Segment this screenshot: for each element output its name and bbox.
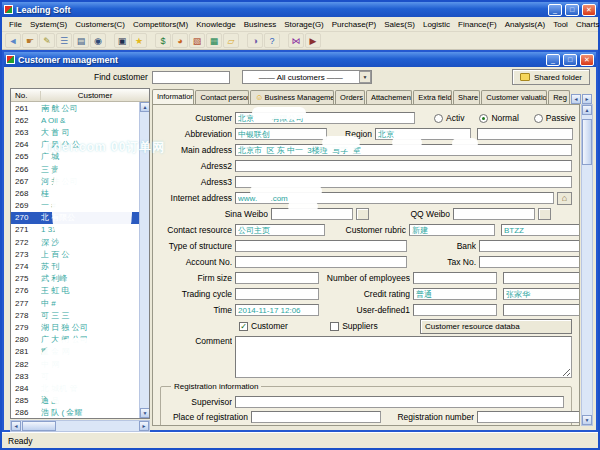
suppliers-checkbox[interactable]: [330, 322, 339, 331]
menu-item-file[interactable]: File: [5, 19, 26, 30]
customer-row-276[interactable]: 276王 虹 电: [11, 285, 149, 297]
employees-input[interactable]: [413, 272, 497, 284]
hscroll-thumb[interactable]: [22, 421, 56, 431]
menu-item-analysisa[interactable]: Analysis(A): [501, 19, 549, 30]
customer-row-264[interactable]: 264广 风 分 公: [11, 139, 149, 151]
time-input[interactable]: [235, 304, 319, 316]
tab-scroll-right-icon[interactable]: ►: [582, 94, 592, 104]
column-header-no[interactable]: No.: [11, 91, 41, 100]
menu-item-business[interactable]: Business: [240, 19, 280, 30]
bank-input[interactable]: [479, 240, 580, 252]
tab-information[interactable]: Information: [152, 89, 194, 104]
sina-weibo-browse-button[interactable]: [356, 208, 369, 220]
registration-number-input[interactable]: [477, 411, 580, 423]
customer-row-286[interactable]: 286浩 队 ( 金耀: [11, 407, 149, 418]
scroll-down-icon[interactable]: ▼: [140, 408, 150, 418]
find-customer-input[interactable]: [152, 71, 230, 84]
customer-row-268[interactable]: 268桂: [11, 187, 149, 199]
customer-row-279[interactable]: 279湖 日 独 公司: [11, 321, 149, 333]
customer-filter-dropdown[interactable]: —— All customers —— ▼: [242, 70, 372, 84]
tab-contact-person[interactable]: Contact person: [195, 90, 249, 104]
customer-row-271[interactable]: 2711 31: [11, 224, 149, 236]
menu-item-purchasep[interactable]: Purchase(P): [328, 19, 380, 30]
customer-row-273[interactable]: 273上 百 公: [11, 248, 149, 260]
tab-orders[interactable]: Orders: [335, 90, 365, 104]
butterfly-icon[interactable]: ⋈: [288, 33, 304, 48]
form-scroll-thumb[interactable]: [582, 119, 592, 165]
qq-weibo-browse-button[interactable]: [538, 208, 551, 220]
column-header-customer[interactable]: Customer: [41, 91, 149, 100]
menu-item-systems[interactable]: System(S): [26, 19, 71, 30]
scroll-right-icon[interactable]: ►: [139, 421, 149, 431]
pie-chart-icon[interactable]: ◕: [172, 33, 188, 48]
type-of-structure-input[interactable]: [235, 240, 407, 252]
menu-item-financef[interactable]: Finance(F): [454, 19, 501, 30]
place-of-registration-input[interactable]: [251, 411, 381, 423]
customer-row-285[interactable]: 285通 品: [11, 395, 149, 407]
scroll-up-icon[interactable]: ▲: [140, 102, 150, 112]
comment-textarea[interactable]: [235, 336, 572, 378]
list-horizontal-scrollbar[interactable]: ◄ ►: [10, 420, 150, 432]
sound-icon[interactable]: ◄: [5, 33, 21, 48]
customer-row-269[interactable]: 269一 #: [11, 200, 149, 212]
menu-item-competitorsm[interactable]: Competitors(M): [129, 19, 192, 30]
user-defined1-input[interactable]: [413, 304, 497, 316]
customer-value-input[interactable]: [503, 272, 580, 284]
customer-row-261[interactable]: 261南 航 公司: [11, 102, 149, 114]
customer-checkbox[interactable]: [239, 322, 248, 331]
inner-restore-button[interactable]: □: [563, 54, 577, 66]
contact-card-icon[interactable]: ☛: [22, 33, 38, 48]
post-code-input[interactable]: [477, 128, 573, 140]
menu-item-storageg[interactable]: Storage(G): [280, 19, 328, 30]
tab-scroll-left-icon[interactable]: ◄: [571, 94, 581, 104]
branch-input[interactable]: [501, 224, 580, 236]
contact-resource-input[interactable]: [235, 224, 325, 236]
customer-input[interactable]: [235, 112, 415, 124]
table-icon[interactable]: ▦: [206, 33, 222, 48]
star-icon[interactable]: ★: [131, 33, 147, 48]
maximize-button[interactable]: □: [565, 4, 579, 16]
money-icon[interactable]: $: [155, 33, 171, 48]
menu-item-logistic[interactable]: Logistic: [419, 19, 454, 30]
chevron-down-icon[interactable]: ▼: [359, 71, 371, 83]
customer-row-284[interactable]: 284北 城机 管: [11, 382, 149, 394]
customer-rubric-input[interactable]: [409, 224, 495, 236]
form-scroll-up-icon[interactable]: ▲: [582, 105, 592, 115]
find-icon[interactable]: ◉: [90, 33, 106, 48]
tab-customer-valuation[interactable]: Customer valuation: [481, 90, 547, 104]
region-input[interactable]: [375, 128, 471, 140]
tab-reg[interactable]: Reg: [548, 90, 570, 104]
edit-note-icon[interactable]: ✎: [39, 33, 55, 48]
close-button[interactable]: ✕: [582, 4, 596, 16]
menu-item-knowledge[interactable]: Knowledge: [192, 19, 240, 30]
trading-cycle-input[interactable]: [235, 288, 319, 300]
list-vertical-scrollbar[interactable]: ▲ ▼: [139, 102, 149, 418]
customer-row-272[interactable]: 272深 沙: [11, 236, 149, 248]
sina-weibo-input[interactable]: [271, 208, 353, 220]
tab-share[interactable]: Share: [453, 90, 480, 104]
form-scrollbar[interactable]: ▲ ▼: [581, 104, 593, 426]
tax-no-input[interactable]: [479, 256, 580, 268]
customer-row-263[interactable]: 263大 首 司: [11, 126, 149, 138]
firm-size-input[interactable]: [235, 272, 319, 284]
customer-row-267[interactable]: 267河 井 公司: [11, 175, 149, 187]
internet-address-input[interactable]: [235, 192, 554, 204]
customer-list-header[interactable]: No. Customer: [11, 89, 149, 102]
minimize-button[interactable]: _: [548, 4, 562, 16]
customer-row-274[interactable]: 274苏 刊: [11, 260, 149, 272]
schedule-icon[interactable]: ◑: [247, 33, 263, 48]
abbreviation-input[interactable]: [235, 128, 327, 140]
notepad-icon[interactable]: ▧: [189, 33, 205, 48]
home-icon[interactable]: ⌂: [557, 192, 572, 205]
menu-item-customersc[interactable]: Customers(C): [71, 19, 129, 30]
menu-item-charts[interactable]: Charts: [572, 19, 600, 30]
adress2-input[interactable]: [235, 160, 572, 172]
customer-row-262[interactable]: 262A Oil &: [11, 114, 149, 126]
passive-radio[interactable]: [534, 114, 543, 123]
normal-radio[interactable]: [479, 114, 488, 123]
shared-folder-button[interactable]: Shared folder: [512, 69, 590, 85]
customer-row-270[interactable]: 270北 有限公: [11, 212, 149, 224]
menu-item-saless[interactable]: Sales(S): [380, 19, 419, 30]
customer-row-282[interactable]: 282中 网: [11, 358, 149, 370]
credit-rating-input[interactable]: [413, 288, 497, 300]
